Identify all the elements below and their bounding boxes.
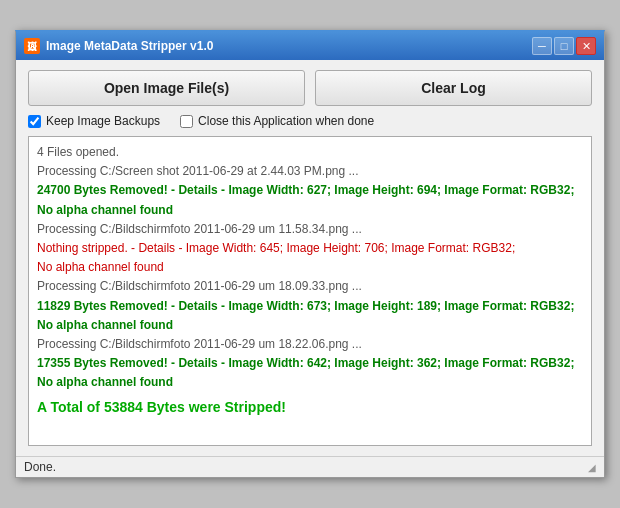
window-title: Image MetaData Stripper v1.0 — [46, 39, 213, 53]
log-line: Processing C:/Bildschirmfoto 2011-06-29 … — [37, 220, 583, 239]
log-line: 17355 Bytes Removed! - Details - Image W… — [37, 354, 583, 392]
log-line: No alpha channel found — [37, 258, 583, 277]
resize-grip: ◢ — [588, 462, 596, 473]
title-bar-controls: ─ □ ✕ — [532, 37, 596, 55]
maximize-button[interactable]: □ — [554, 37, 574, 55]
log-box[interactable]: 4 Files opened.Processing C:/Screen shot… — [28, 136, 592, 446]
log-line: 4 Files opened. — [37, 143, 583, 162]
log-line: Nothing stripped. - Details - Image Widt… — [37, 239, 583, 258]
keep-backup-checkbox[interactable] — [28, 115, 41, 128]
clear-log-button[interactable]: Clear Log — [315, 70, 592, 106]
keep-backup-label[interactable]: Keep Image Backups — [28, 114, 160, 128]
app-icon: 🖼 — [24, 38, 40, 54]
title-bar-left: 🖼 Image MetaData Stripper v1.0 — [24, 38, 213, 54]
keep-backup-text: Keep Image Backups — [46, 114, 160, 128]
title-bar: 🖼 Image MetaData Stripper v1.0 ─ □ ✕ — [16, 32, 604, 60]
status-text: Done. — [24, 460, 56, 474]
log-line: 24700 Bytes Removed! - Details - Image W… — [37, 181, 583, 219]
status-bar: Done. ◢ — [16, 456, 604, 477]
log-line: Processing C:/Bildschirmfoto 2011-06-29 … — [37, 335, 583, 354]
checkbox-row: Keep Image Backups Close this Applicatio… — [28, 114, 592, 128]
close-when-done-text: Close this Application when done — [198, 114, 374, 128]
window-content: Open Image File(s) Clear Log Keep Image … — [16, 60, 604, 456]
minimize-button[interactable]: ─ — [532, 37, 552, 55]
close-button[interactable]: ✕ — [576, 37, 596, 55]
log-line: Processing C:/Bildschirmfoto 2011-06-29 … — [37, 277, 583, 296]
log-line: 11829 Bytes Removed! - Details - Image W… — [37, 297, 583, 335]
open-image-button[interactable]: Open Image File(s) — [28, 70, 305, 106]
log-line: Processing C:/Screen shot 2011-06-29 at … — [37, 162, 583, 181]
main-window: 🖼 Image MetaData Stripper v1.0 ─ □ ✕ Ope… — [15, 30, 605, 478]
close-when-done-checkbox[interactable] — [180, 115, 193, 128]
button-row: Open Image File(s) Clear Log — [28, 70, 592, 106]
log-total: A Total of 53884 Bytes were Stripped! — [37, 396, 583, 418]
close-when-done-label[interactable]: Close this Application when done — [180, 114, 374, 128]
